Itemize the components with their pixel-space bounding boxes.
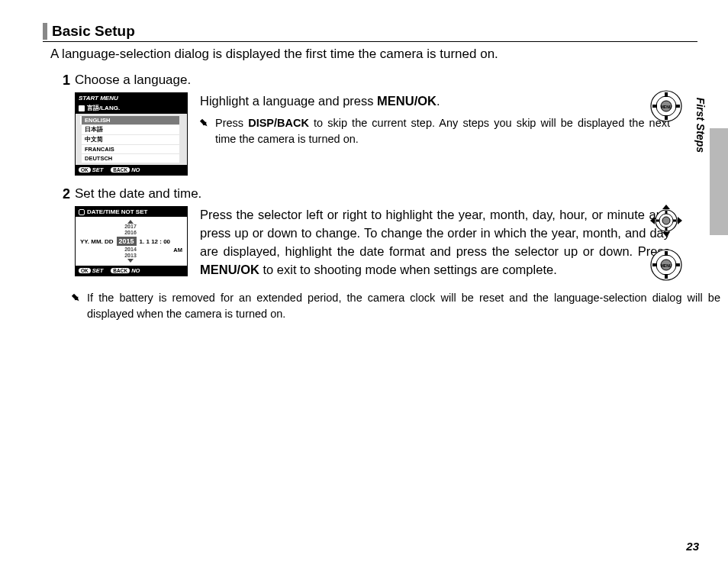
globe-icon — [79, 105, 85, 111]
lcd-language-list: ENGLISH 日本語 中文简 FRANCAIS DEUTSCH — [76, 114, 187, 165]
back-pill: BACK — [111, 167, 130, 173]
clock-icon — [79, 209, 85, 215]
lcd-datetime-menu: DATE/TIME NOT SET 2017 2016 — [75, 206, 188, 276]
svg-marker-8 — [662, 205, 670, 209]
step-heading: Set the date and time. — [75, 186, 670, 202]
step-number: 1 — [56, 73, 70, 176]
step-1: 1 Choose a language. START MENU 言語/LANG.… — [56, 73, 697, 176]
menu-ok-label: MENU/OK — [377, 94, 436, 108]
tip-arrow-icon: ➨ — [200, 115, 209, 147]
svg-rect-15 — [665, 211, 668, 214]
step-number: 2 — [56, 186, 70, 279]
tip-arrow-icon: ➨ — [72, 290, 81, 322]
svg-rect-5 — [665, 115, 668, 120]
dt-rest: 1. 1 12 : 00 — [140, 238, 170, 245]
menu-ok-label: MENU/OK — [200, 263, 259, 276]
svg-text:MENU: MENU — [661, 263, 672, 268]
section-rule — [43, 41, 697, 42]
svg-rect-23 — [665, 251, 668, 256]
lcd-footer: OKSET BACKNO — [76, 165, 187, 175]
selector-icons-step2: MENU — [650, 205, 682, 281]
footer-tip-text: If the battery is removed for an extende… — [87, 290, 720, 322]
back-pill: BACK — [111, 268, 130, 273]
step-1-text: Highlight a language and press MENU/OK. … — [200, 92, 670, 176]
lcd-set: SET — [92, 166, 104, 173]
lcd-footer: OKSET BACKNO — [76, 266, 187, 276]
step-heading: Choose a language. — [75, 73, 670, 88]
lcd-item-selected: ENGLISH — [80, 116, 179, 124]
ok-pill: OK — [79, 268, 91, 273]
svg-rect-7 — [675, 105, 680, 108]
lcd-dt-body: 2017 2016 YY. MM. DD 2015 1. 1 12 : 00 — [76, 217, 187, 266]
disp-back-label: DISP/BACK — [248, 117, 309, 129]
selector-dial-icon: MENU — [650, 90, 682, 122]
text-fragment: Highlight a language and press — [200, 94, 377, 108]
dt-year-below: 2013 — [120, 253, 141, 259]
svg-rect-25 — [652, 263, 657, 266]
dt-year-above: 2016 — [120, 230, 141, 236]
intro-text: A language-selection dialog is displayed… — [50, 47, 697, 62]
svg-text:MENU: MENU — [661, 105, 672, 109]
step-2-text: Press the selector left or right to high… — [200, 206, 670, 279]
svg-rect-6 — [652, 105, 657, 108]
text-fragment: . — [436, 94, 440, 108]
lcd-title: DATE/TIME NOT SET — [76, 207, 187, 217]
selector-dial-arrows-icon — [650, 205, 682, 237]
tip-body: Press DISP/BACK to skip the current step… — [215, 115, 670, 147]
svg-marker-9 — [662, 232, 670, 237]
lcd-title: START MENU — [76, 93, 187, 103]
lcd-subtitle: 言語/LANG. — [76, 103, 187, 114]
svg-rect-26 — [675, 263, 680, 266]
svg-marker-10 — [650, 217, 655, 224]
dt-ampm: AM — [141, 247, 182, 253]
svg-rect-4 — [665, 92, 668, 97]
manual-page: Basic Setup A language-selection dialog … — [0, 0, 728, 571]
selector-dial-icon: MENU — [650, 249, 682, 281]
selector-icons-step1: MENU — [650, 90, 682, 122]
svg-marker-11 — [678, 217, 682, 224]
step-2: 2 Set the date and time. DATE/TIME NOT S… — [56, 186, 697, 279]
lcd-sub-text: 言語/LANG. — [87, 104, 120, 112]
footer-tip: ➨ If the battery is removed for an exten… — [72, 290, 720, 322]
lcd-no: NO — [131, 267, 140, 274]
lcd-item: 中文简 — [82, 135, 179, 144]
page-number: 23 — [686, 540, 699, 553]
svg-point-14 — [662, 217, 670, 224]
svg-rect-24 — [665, 274, 668, 279]
text-fragment: to exit to shooting mode when settings a… — [259, 263, 557, 276]
lcd-no: NO — [131, 166, 140, 173]
section-title: Basic Setup — [43, 23, 697, 40]
dt-year-above: 2017 — [120, 224, 141, 230]
chevron-down-icon — [127, 259, 134, 263]
text-fragment: Press — [215, 117, 248, 129]
dt-header-text: DATE/TIME NOT SET — [87, 208, 147, 215]
ok-pill: OK — [79, 167, 91, 173]
dt-year-selected: 2015 — [117, 237, 137, 246]
lcd-language-menu: START MENU 言語/LANG. ENGLISH 日本語 中文简 FRAN… — [75, 92, 188, 176]
dt-year-below: 2014 — [120, 247, 141, 253]
dt-format: YY. MM. DD — [80, 238, 114, 245]
svg-rect-18 — [673, 220, 676, 222]
thumb-tab — [710, 128, 728, 235]
svg-rect-16 — [665, 227, 668, 231]
text-fragment: Press the selector left or right to high… — [200, 208, 670, 258]
lcd-item: FRANCAIS — [82, 145, 179, 153]
step-1-tip: ➨ Press DISP/BACK to skip the current st… — [200, 115, 670, 147]
lcd-set: SET — [92, 267, 104, 274]
lcd-item: DEUTSCH — [82, 154, 179, 163]
chapter-label: First Steps — [694, 98, 707, 153]
lcd-item: 日本語 — [82, 125, 179, 134]
svg-rect-17 — [656, 220, 659, 222]
